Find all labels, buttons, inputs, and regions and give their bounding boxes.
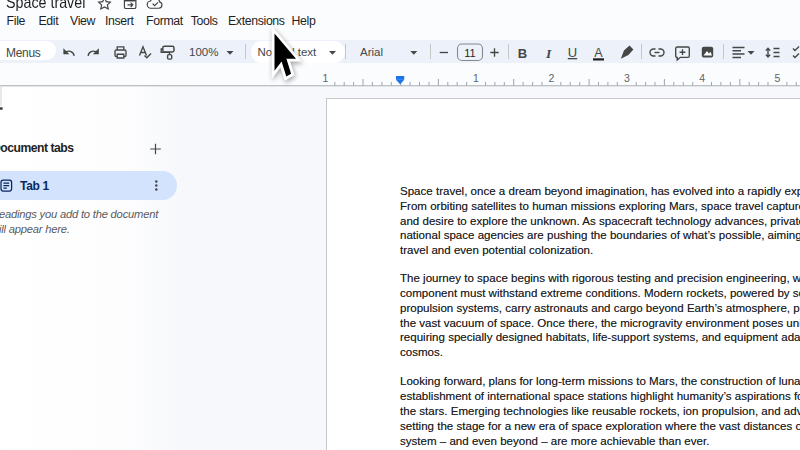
svg-text:2: 2 bbox=[548, 72, 554, 84]
svg-text:1: 1 bbox=[322, 72, 328, 84]
svg-text:U: U bbox=[568, 45, 577, 60]
svg-text:A: A bbox=[594, 46, 603, 60]
svg-text:I: I bbox=[545, 46, 552, 61]
svg-text:B: B bbox=[518, 46, 527, 61]
svg-text:4: 4 bbox=[699, 72, 705, 84]
svg-text:1: 1 bbox=[473, 72, 479, 84]
svg-text:3: 3 bbox=[624, 72, 630, 84]
svg-text:5: 5 bbox=[775, 72, 781, 84]
svg-text:11: 11 bbox=[464, 47, 475, 59]
